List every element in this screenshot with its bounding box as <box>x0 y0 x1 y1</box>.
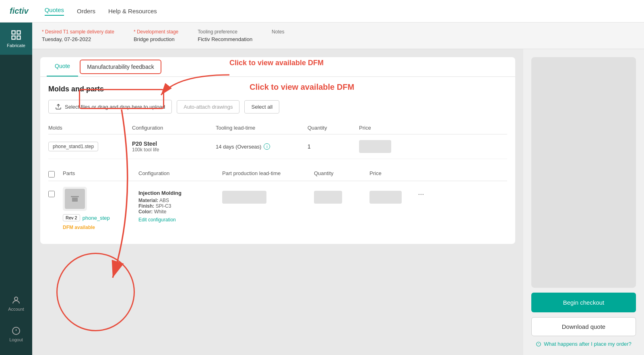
tab-manufacturability[interactable]: Manufacturability feedback <box>80 60 161 74</box>
part-process: Injection Molding Material: ABS Finish: … <box>138 190 219 223</box>
quantity-col-header: Quantity <box>308 125 356 131</box>
parts-select-all-checkbox[interactable] <box>48 171 55 178</box>
mold-config-detail: 100k tool life <box>132 147 213 153</box>
account-btn[interactable]: Account <box>0 289 32 318</box>
svg-rect-0 <box>12 31 15 34</box>
parts-lead-time-col-header: Part production lead-time <box>222 170 311 178</box>
edit-config-link[interactable]: Edit configuration <box>138 217 219 223</box>
upload-button[interactable]: Select files or drag and drop here to up… <box>48 100 172 114</box>
tooling-value: Fictiv Recommendation <box>198 36 252 42</box>
mold-lead-time: 14 days (Overseas) <box>216 144 261 150</box>
part-row: Rev 2 phone_step DFM available Injection… <box>48 181 507 236</box>
parts-price-col-header: Price <box>369 170 410 178</box>
delivery-value: Tuesday, 07-26-2022 <box>42 36 114 42</box>
rev-badge: Rev 2 <box>63 214 80 221</box>
mold-quantity: 1 <box>308 143 356 150</box>
svg-rect-3 <box>17 36 20 39</box>
auto-attach-button[interactable]: Auto-attach drawings <box>177 100 239 114</box>
part-cell: Rev 2 phone_step DFM available <box>63 187 135 230</box>
svg-point-4 <box>14 297 18 300</box>
svg-rect-7 <box>71 196 79 197</box>
part-lead-time-skeleton <box>222 191 266 204</box>
part-label-row: Rev 2 phone_step <box>63 214 135 221</box>
help-link[interactable]: What happens after I place my order? <box>531 341 636 347</box>
part-thumb <box>63 187 87 211</box>
svg-rect-2 <box>12 36 15 39</box>
fabricate-label: Fabricate <box>7 43 25 48</box>
part-thumb-shape <box>65 189 85 209</box>
mold-price-skeleton <box>359 140 391 153</box>
nav-orders[interactable]: Orders <box>77 8 95 14</box>
mold-file: phone_stand1.step <box>48 142 98 151</box>
mold-row: phone_stand1.step P20 Steel 100k tool li… <box>48 134 507 159</box>
part-quantity-skeleton <box>314 191 342 204</box>
svg-rect-8 <box>72 198 78 202</box>
delivery-label: * Desired T1 sample delivery date <box>42 29 114 35</box>
part-price-skeleton <box>369 191 402 204</box>
tooling-label: Tooling preference <box>198 29 252 35</box>
tooling-lead-col-header: Tooling lead-time <box>216 125 280 131</box>
right-panel-top <box>531 57 636 288</box>
molds-col-header: Molds <box>48 125 129 131</box>
part-config: Injection Molding Material: ABS Finish: … <box>138 187 219 223</box>
price-col-header: Price <box>359 125 407 131</box>
svg-rect-1 <box>17 31 20 34</box>
part-name-link[interactable]: phone_step <box>83 215 110 221</box>
logout-label: Logout <box>9 337 23 342</box>
account-label: Account <box>8 307 24 312</box>
config-col-header: Configuration <box>132 125 213 131</box>
part-more-btn[interactable]: ··· <box>413 190 429 198</box>
nav-quotes[interactable]: Quotes <box>45 6 64 16</box>
notes-label: Notes <box>272 29 284 35</box>
parts-config-col-header: Configuration <box>138 170 219 178</box>
parts-col-header: Parts <box>63 170 135 178</box>
section-title: Molds and parts <box>48 85 507 93</box>
dfm-available-label[interactable]: DFM available <box>63 225 135 230</box>
select-all-button[interactable]: Select all <box>244 100 279 114</box>
logo: fictiv <box>10 6 29 16</box>
mold-config-name: P20 Steel <box>132 140 213 147</box>
stage-value: Bridge production <box>134 36 178 42</box>
stage-label: * Development stage <box>134 29 178 35</box>
tab-quote[interactable]: Quote <box>47 57 78 76</box>
upload-btn-label: Select files or drag and drop here to up… <box>65 104 165 110</box>
fabricate-btn[interactable]: Fabricate <box>0 23 32 55</box>
nav-help[interactable]: Help & Resources <box>108 8 157 14</box>
lead-time-info-icon[interactable]: i <box>264 143 270 150</box>
part-checkbox[interactable] <box>48 191 55 197</box>
parts-quantity-col-header: Quantity <box>314 170 366 178</box>
logout-btn[interactable]: Logout <box>0 320 32 349</box>
begin-checkout-button[interactable]: Begin checkout <box>531 293 636 312</box>
download-quote-button[interactable]: Download quote <box>531 317 636 336</box>
